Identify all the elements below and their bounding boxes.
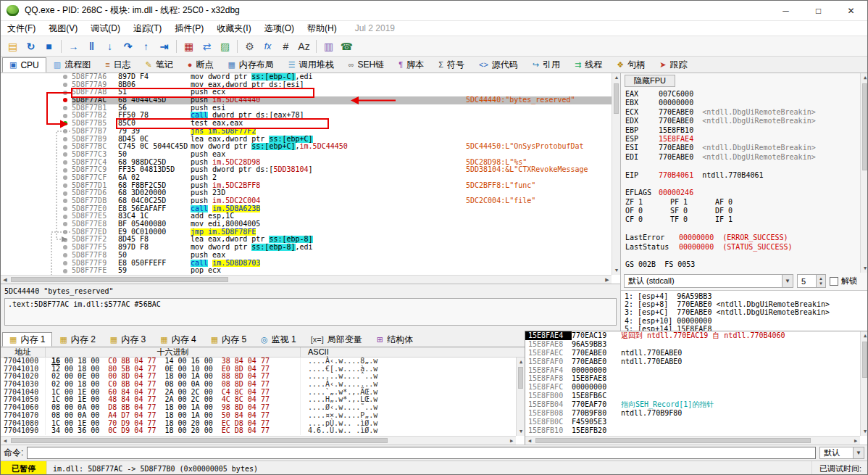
stack-row[interactable]: 15E8FAF400000000	[525, 366, 868, 375]
menu-options[interactable]: 选项(O)	[258, 21, 301, 36]
settings-icon[interactable]: ⚙	[241, 38, 259, 55]
disasm-row[interactable]: 5D8F77AC68 4044C45Dpush im.5DC444405DC44…	[1, 96, 612, 104]
tab-mem4[interactable]: ▦内存 4	[153, 332, 203, 347]
stack-row[interactable]: 15E8FAF815E8FAE8	[525, 374, 868, 383]
stack-horizontal-scrollbar[interactable]: ◀ ▶	[525, 436, 860, 445]
disasm-row[interactable]: 5D8F77E0E8 56EAFAFFcall im.5D8A623B	[1, 205, 612, 213]
run-to-user-icon[interactable]: ⇥	[155, 38, 173, 55]
disasm-row[interactable]: 5D8F77B156push esi	[1, 104, 612, 112]
tab-seh[interactable]: ∞SEH链	[341, 57, 392, 73]
breakpoint-dot[interactable]	[63, 137, 67, 141]
scroll-down-icon[interactable]: ▼	[517, 427, 525, 436]
disasm-row[interactable]: 5D8F77B98D45 0Clea eax,dword ptr ss:[ebp…	[1, 136, 612, 144]
step-out-icon[interactable]: ↑	[137, 38, 155, 55]
arg-count-spinner[interactable]: 5 ▲▼	[797, 274, 826, 288]
register-row[interactable]: EAX007C6000	[625, 90, 859, 99]
breakpoint-dot[interactable]	[63, 129, 67, 133]
register-row[interactable]: EDX770EABE0<ntdll.DbgUiRemoteBreakin>	[625, 117, 859, 125]
pause-icon[interactable]: ‖	[83, 38, 101, 55]
breakpoint-dot[interactable]	[63, 121, 67, 125]
disasm-row[interactable]: 5D8F77DB68 04C0C25Dpush im.5DC2C0045DC2C…	[1, 197, 612, 205]
tab-source[interactable]: <>源代码	[472, 57, 525, 73]
tab-locals[interactable]: [x=]局部变量	[304, 332, 370, 347]
scroll-left-icon[interactable]: ◀	[525, 437, 534, 445]
scroll-left-icon[interactable]: ◀	[1, 276, 9, 284]
disasm-row[interactable]: 5D8F77FE59pop ecx	[1, 267, 612, 275]
disasm-row[interactable]: 5D8F77A6897D F4mov dword ptr ss:[ebp-C],…	[1, 73, 612, 81]
sync-icon[interactable]: ⇄	[198, 38, 216, 55]
breakpoint-dot[interactable]	[63, 98, 67, 102]
breakpoint-dot[interactable]	[63, 245, 67, 249]
tab-watch1[interactable]: ◎监视 1	[254, 332, 304, 347]
register-row[interactable]: ESP15E8FAE4	[625, 135, 859, 144]
hide-fpu-button[interactable]: 隐藏FPU	[625, 75, 675, 87]
dump-row[interactable]: 7704107008 00 0A 00A4 D7 04 7718 00 1A 0…	[1, 412, 525, 420]
disasm-row[interactable]: 5D8F77B585C0test eax,eax	[1, 120, 612, 128]
breakpoint-dot[interactable]	[63, 168, 67, 173]
restart-icon[interactable]: ↻	[22, 38, 40, 55]
disasm-row[interactable]: 5D8F77F5897D F8mov dword ptr ss:[ebp-8],…	[1, 244, 612, 252]
disasm-row[interactable]: 5D8F77BCC745 0C 5044C45Dmov dword ptr ss…	[1, 143, 612, 151]
patch-icon[interactable]: ▨	[216, 38, 234, 55]
disasm-row[interactable]: 5D8F77B2FF50 78call dword ptr ds:[eax+78…	[1, 112, 612, 120]
breakpoint-dot[interactable]	[63, 230, 67, 234]
breakpoint-list-icon[interactable]: ▦	[180, 38, 198, 55]
scroll-left-icon[interactable]: ◀	[1, 437, 9, 445]
registers-scrollbar[interactable]: ▲ ▼	[860, 73, 868, 273]
disasm-vertical-scrollbar[interactable]: ▲ ▼	[612, 73, 620, 275]
argument-row[interactable]: 3: [esp+C] 770EABE0 <ntdll.DbgUiRemoteBr…	[625, 308, 865, 316]
memory-dump-panel[interactable]: 地址 十六进制 ASCII 7704100016 00 18 00C0 8B 0…	[1, 347, 525, 445]
disasm-row[interactable]: 5D8F77AB51push ecx	[1, 88, 612, 96]
flag-df[interactable]: DF 0	[715, 207, 760, 215]
checkbox-box[interactable]	[830, 277, 838, 286]
tab-trace[interactable]: ➤跟踪	[652, 57, 694, 73]
flag-of[interactable]: OF 0	[625, 207, 670, 215]
command-profile-select[interactable]: 默认 ▼	[819, 447, 864, 459]
scroll-up-icon[interactable]: ▲	[861, 73, 868, 82]
scroll-down-icon[interactable]: ▼	[861, 427, 868, 436]
stack-row[interactable]: 15E8FAE4770EAC19返回到 ntdll.770EAC19 自 ntd…	[525, 331, 868, 340]
breakpoint-dot[interactable]	[63, 261, 67, 265]
stack-row[interactable]: 15E8FAE896A59BB3	[525, 340, 868, 349]
scroll-right-icon[interactable]: ▶	[603, 276, 612, 284]
argument-row[interactable]: 2: [esp+8] 770EABE0 <ntdll.DbgUiRemoteBr…	[625, 300, 865, 308]
breakpoint-dot[interactable]	[63, 175, 67, 180]
stack-row[interactable]: 15E8FAF0770EABE0ntdll.770EABE0	[525, 358, 868, 366]
scroll-down-icon[interactable]: ▼	[861, 264, 868, 273]
breakpoint-dot[interactable]	[63, 269, 67, 273]
tab-breakpoints[interactable]: ●断点	[180, 57, 221, 73]
register-row[interactable]: EBX00000000	[625, 99, 859, 107]
flag-af[interactable]: AF 0	[715, 198, 760, 207]
breakpoint-dot[interactable]	[63, 215, 67, 219]
step-into-icon[interactable]: ↓	[101, 38, 119, 55]
breakpoint-dot[interactable]	[63, 160, 67, 165]
disasm-row[interactable]: 5D8F77D668 3D020000push 23D	[1, 189, 612, 197]
graph-window-icon[interactable]: ▥	[320, 38, 338, 55]
tab-log[interactable]: ≡日志	[98, 57, 138, 73]
chevron-down-icon[interactable]: ▼	[853, 447, 864, 458]
open-file-icon[interactable]: ▤	[4, 38, 22, 55]
maximize-button[interactable]: □	[802, 1, 835, 20]
minimize-button[interactable]: ─	[769, 1, 802, 20]
stack-row[interactable]: 15E8FAEC770EABE0ntdll.770EABE0	[525, 349, 868, 358]
stack-vertical-scrollbar[interactable]: ▲ ▼	[860, 331, 868, 436]
register-row[interactable]: LastStatus00000000(STATUS_SUCCESS)	[625, 243, 859, 252]
dump-horizontal-scrollbar[interactable]: ◀ ▶	[1, 436, 516, 445]
stack-row[interactable]: 15E8FAFC00000000	[525, 383, 868, 392]
dump-vertical-scrollbar[interactable]: ▲ ▼	[516, 358, 525, 436]
breakpoint-dot[interactable]	[63, 207, 67, 211]
disassembly-panel[interactable]: 5D8F77A6897D F4mov dword ptr ss:[ebp-C],…	[1, 73, 620, 284]
breakpoint-dot[interactable]	[63, 199, 67, 203]
breakpoint-dot[interactable]	[63, 114, 67, 118]
breakpoint-dot[interactable]	[63, 222, 67, 226]
breakpoint-dot[interactable]	[63, 152, 67, 157]
fx-icon[interactable]: fx	[259, 38, 277, 55]
register-row[interactable]: ESI770EABE0<ntdll.DbgUiRemoteBreakin>	[625, 144, 859, 152]
flag-zf[interactable]: ZF 1	[625, 198, 670, 207]
scroll-right-icon[interactable]: ▶	[851, 437, 860, 445]
menu-view[interactable]: 视图(V)	[42, 21, 84, 36]
call-arguments[interactable]: 1: [esp+4] 96A59BB32: [esp+8] 770EABE0 <…	[621, 290, 868, 331]
breakpoint-dot[interactable]	[63, 183, 67, 188]
stack-row[interactable]: 15E8FB1015E8FB20	[525, 426, 868, 435]
scroll-up-icon[interactable]: ▲	[612, 73, 620, 82]
